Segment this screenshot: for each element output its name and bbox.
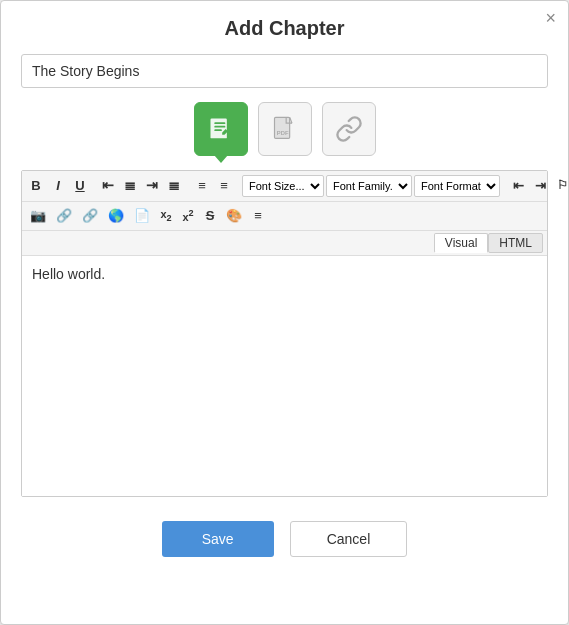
indent-decrease-button[interactable]: ⇤ xyxy=(508,175,528,197)
font-size-select[interactable]: Font Size... xyxy=(242,175,324,197)
insert-file-button[interactable]: 📄 xyxy=(130,205,154,227)
align-center-button[interactable]: ≣ xyxy=(120,174,140,198)
cancel-button[interactable]: Cancel xyxy=(290,521,408,557)
modal-dialog: × Add Chapter PDF xyxy=(0,0,569,625)
svg-rect-0 xyxy=(210,119,226,139)
svg-text:PDF: PDF xyxy=(276,130,288,136)
pdf-tab-button[interactable]: PDF xyxy=(258,102,312,156)
chapter-type-icons: PDF xyxy=(21,102,548,156)
edit-tab-button[interactable] xyxy=(194,102,248,156)
toolbar-row1: B I U ⇤ ≣ ⇥ ≣ ≡ ≡ Font Size... Font Fami… xyxy=(22,171,547,202)
unlink-button[interactable]: 🔗 xyxy=(78,205,102,227)
subscript-button[interactable]: x2 xyxy=(156,205,176,227)
html-tab-button[interactable]: HTML xyxy=(488,233,543,253)
superscript-button[interactable]: x2 xyxy=(178,205,198,227)
strikethrough-button[interactable]: S xyxy=(200,205,220,227)
underline-button[interactable]: U xyxy=(70,175,90,197)
ordered-list-button[interactable]: ≡ xyxy=(192,175,212,197)
modal-title: Add Chapter xyxy=(21,17,548,40)
close-button[interactable]: × xyxy=(545,9,556,27)
unordered-list-button[interactable]: ≡ xyxy=(214,175,234,197)
font-family-select[interactable]: Font Family. xyxy=(326,175,412,197)
button-row: Save Cancel xyxy=(21,521,548,557)
align-right-button[interactable]: ⇥ xyxy=(142,174,162,198)
align-left-button[interactable]: ⇤ xyxy=(98,174,118,198)
indent-increase-button[interactable]: ⇥ xyxy=(530,175,550,197)
font-color-button[interactable]: 🎨 xyxy=(222,205,246,227)
editor-text: Hello world. xyxy=(32,266,105,282)
align-justify-button[interactable]: ≣ xyxy=(164,174,184,198)
editor-content-area[interactable]: Hello world. xyxy=(22,256,547,496)
bold-button[interactable]: B xyxy=(26,175,46,197)
insert-image-button[interactable]: 📷 xyxy=(26,205,50,227)
italic-button[interactable]: I xyxy=(48,175,68,197)
font-format-select[interactable]: Font Format xyxy=(414,175,500,197)
insert-link-button[interactable]: 🔗 xyxy=(52,205,76,227)
source-button[interactable]: ⚐ xyxy=(552,175,569,196)
visual-html-toggle: Visual HTML xyxy=(22,231,547,256)
save-button[interactable]: Save xyxy=(162,521,274,557)
link-tab-button[interactable] xyxy=(322,102,376,156)
clear-format-button[interactable]: ≡ xyxy=(248,205,268,227)
chapter-title-input[interactable] xyxy=(21,54,548,88)
emoticon-button[interactable]: 🌎 xyxy=(104,205,128,227)
toolbar-row2: 📷 🔗 🔗 🌎 📄 x2 x2 S 🎨 ≡ xyxy=(22,202,547,231)
editor-wrapper: B I U ⇤ ≣ ⇥ ≣ ≡ ≡ Font Size... Font Fami… xyxy=(21,170,548,497)
visual-tab-button[interactable]: Visual xyxy=(434,233,488,253)
